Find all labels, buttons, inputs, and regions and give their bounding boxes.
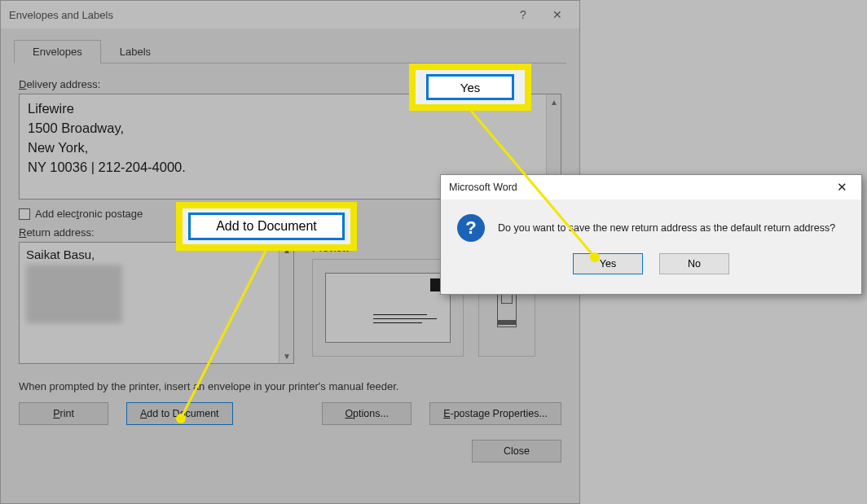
confirm-titlebar: Microsoft Word ✕	[441, 175, 861, 199]
confirm-no-button[interactable]: No	[659, 253, 729, 274]
scroll-down-icon[interactable]: ▼	[279, 348, 294, 363]
tab-envelopes[interactable]: Envelopes	[14, 40, 101, 64]
confirm-dialog: Microsoft Word ✕ ? Do you want to save t…	[440, 174, 862, 295]
callout-yes-button[interactable]: Yes	[426, 74, 514, 100]
options-button[interactable]: Options...	[322, 402, 411, 425]
tab-envelopes-label: Envelopes	[33, 46, 82, 58]
close-button[interactable]: Close	[472, 440, 561, 462]
return-address-field[interactable]: Saikat Basu, ▲ ▼	[19, 242, 294, 364]
confirm-yes-button[interactable]: Yes	[573, 253, 643, 274]
checkbox-icon	[19, 208, 30, 220]
delivery-line-3: New York,	[28, 138, 538, 158]
callout-yes: Yes	[409, 64, 531, 111]
confirm-title: Microsoft Word	[449, 182, 825, 193]
printer-hint: When prompted by the printer, insert an …	[19, 380, 561, 392]
scroll-up-icon[interactable]: ▲	[547, 94, 561, 109]
redacted-block	[26, 265, 122, 323]
tab-labels[interactable]: Labels	[101, 40, 169, 64]
callout-add-button[interactable]: Add to Document	[188, 213, 345, 240]
delivery-line-2: 1500 Broadway,	[28, 119, 538, 138]
tab-labels-label: Labels	[120, 46, 151, 58]
envelope-icon	[325, 273, 451, 343]
address-lines-icon	[373, 311, 437, 327]
confirm-button-row: Yes No	[441, 248, 861, 286]
close-icon[interactable]: ✕	[825, 177, 858, 198]
print-button[interactable]: Print	[19, 402, 108, 425]
question-icon: ?	[457, 214, 485, 242]
return-address-text: Saikat Basu,	[20, 243, 279, 363]
callout-add-to-document: Add to Document	[176, 202, 357, 251]
epostage-properties-button[interactable]: E-postage Properties...	[429, 402, 561, 425]
dialog-title: Envelopes and Labels	[9, 9, 506, 21]
close-icon[interactable]: ✕	[540, 2, 574, 27]
help-button[interactable]: ?	[506, 2, 540, 27]
dialog-titlebar: Envelopes and Labels ? ✕	[1, 1, 579, 28]
button-row: Print Add to Document Options... E-posta…	[19, 402, 561, 425]
confirm-message: Do you want to save the new return addre…	[498, 222, 835, 234]
tabs: Envelopes Labels	[14, 40, 579, 64]
add-to-document-button[interactable]: Add to Document	[126, 402, 233, 425]
return-scrollbar[interactable]: ▲ ▼	[279, 243, 293, 363]
